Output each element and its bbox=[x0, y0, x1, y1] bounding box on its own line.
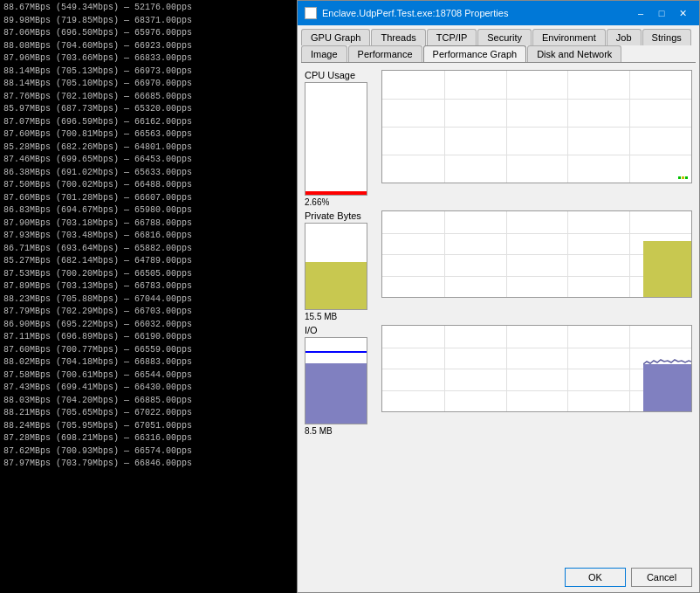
cpu-mini-graph bbox=[305, 82, 367, 196]
title-bar: Enclave.UdpPerf.Test.exe:18708 Propertie… bbox=[298, 1, 699, 25]
dialog-title: Enclave.UdpPerf.Test.exe:18708 Propertie… bbox=[322, 8, 508, 18]
terminal-line: 87.96MBps (703.66Mbps) — 66833.00pps bbox=[3, 52, 293, 66]
tab-image[interactable]: Image bbox=[301, 45, 347, 62]
tab-threads[interactable]: Threads bbox=[371, 29, 425, 45]
terminal-line: 88.02MBps (704.18Mbps) — 66883.00pps bbox=[3, 356, 293, 369]
terminal-line: 87.50MBps (700.02Mbps) — 66488.00pps bbox=[3, 179, 293, 192]
terminal-line: 88.14MBps (705.10Mbps) — 66970.00pps bbox=[3, 78, 293, 91]
terminal-line: 86.83MBps (694.67Mbps) — 65980.00pps bbox=[3, 204, 293, 217]
terminal-line: 88.67MBps (549.34Mbps) — 52176.00pps bbox=[3, 2, 293, 15]
terminal-line: 87.07MBps (696.59Mbps) — 66162.00pps bbox=[3, 116, 293, 129]
terminal-line: 87.79MBps (702.29Mbps) — 66703.00pps bbox=[3, 306, 293, 319]
tab-security[interactable]: Security bbox=[477, 29, 532, 45]
cpu-grid bbox=[382, 71, 691, 183]
maximize-button[interactable]: □ bbox=[652, 4, 671, 22]
terminal-line: 87.46MBps (699.65Mbps) — 66453.00pps bbox=[3, 154, 293, 167]
tab-environment[interactable]: Environment bbox=[532, 29, 606, 45]
terminal-line: 85.27MBps (682.14Mbps) — 64789.00pps bbox=[3, 255, 293, 268]
cpu-sparkline bbox=[678, 176, 688, 179]
terminal-line: 87.06MBps (696.50Mbps) — 65976.00pps bbox=[3, 27, 293, 40]
terminal-line: 88.14MBps (705.13Mbps) — 66973.00pps bbox=[3, 66, 293, 79]
terminal-line: 85.28MBps (682.26Mbps) — 64801.00pps bbox=[3, 141, 293, 155]
app-icon bbox=[305, 7, 317, 19]
terminal-line: 88.24MBps (705.95Mbps) — 67051.00pps bbox=[3, 420, 293, 433]
pb-mini-graph bbox=[305, 223, 367, 310]
pb-bar bbox=[643, 241, 691, 297]
pb-label-col: Private Bytes 15.5 MB bbox=[305, 210, 374, 321]
tab-tcp/ip[interactable]: TCP/IP bbox=[427, 29, 477, 45]
terminal-line: 86.71MBps (693.64Mbps) — 65882.00pps bbox=[3, 243, 293, 256]
content-area: CPU Usage 2.66% bbox=[298, 63, 699, 562]
terminal-line: 87.89MBps (703.13Mbps) — 66783.00pps bbox=[3, 280, 293, 293]
terminal-line: 88.23MBps (705.88Mbps) — 67044.00pps bbox=[3, 293, 293, 307]
io-blue-line bbox=[305, 351, 367, 353]
terminal-line: 87.11MBps (696.89Mbps) — 66190.00pps bbox=[3, 331, 293, 344]
cpu-mini-value: 2.66% bbox=[305, 197, 329, 207]
cancel-button[interactable]: Cancel bbox=[631, 568, 692, 587]
io-wiggle bbox=[643, 357, 691, 366]
footer: OK Cancel bbox=[298, 562, 699, 592]
terminal-line: 87.93MBps (703.48Mbps) — 66816.00pps bbox=[3, 230, 293, 243]
tab-performance[interactable]: Performance bbox=[348, 45, 422, 62]
terminal-line: 87.76MBps (702.10Mbps) — 66685.00pps bbox=[3, 91, 293, 104]
tab-strings[interactable]: Strings bbox=[642, 29, 691, 45]
io-mini-fill bbox=[305, 363, 367, 424]
pb-main-graph bbox=[381, 210, 692, 298]
terminal-line: 87.90MBps (703.18Mbps) — 66788.00pps bbox=[3, 217, 293, 231]
pb-section: Private Bytes 15.5 MB bbox=[305, 210, 692, 321]
terminal-line: 89.98MBps (719.85Mbps) — 68371.00pps bbox=[3, 15, 293, 28]
pb-label: Private Bytes bbox=[305, 210, 361, 221]
terminal-line: 87.28MBps (698.21Mbps) — 66316.00pps bbox=[3, 432, 293, 445]
tab-gpu-graph[interactable]: GPU Graph bbox=[301, 29, 370, 45]
terminal-line: 85.97MBps (687.73Mbps) — 65320.00pps bbox=[3, 103, 293, 116]
title-controls: – □ ✕ bbox=[631, 4, 692, 22]
terminal-line: 87.43MBps (699.41Mbps) — 66430.00pps bbox=[3, 382, 293, 395]
minimize-button[interactable]: – bbox=[631, 4, 650, 22]
terminal-line: 87.58MBps (700.61Mbps) — 66544.00pps bbox=[3, 369, 293, 383]
terminal-line: 86.90MBps (695.22Mbps) — 66032.00pps bbox=[3, 319, 293, 332]
terminal-panel: 88.67MBps (549.34Mbps) — 52176.00pps89.9… bbox=[0, 0, 297, 593]
properties-dialog: Enclave.UdpPerf.Test.exe:18708 Propertie… bbox=[297, 0, 700, 593]
tab-job[interactable]: Job bbox=[607, 29, 642, 45]
tab-performance-graph[interactable]: Performance Graph bbox=[423, 45, 527, 62]
close-button[interactable]: ✕ bbox=[673, 4, 692, 22]
ok-button[interactable]: OK bbox=[565, 568, 626, 587]
terminal-line: 88.08MBps (704.60Mbps) — 66923.00pps bbox=[3, 40, 293, 53]
cpu-mini-fill bbox=[305, 191, 367, 195]
io-label: I/O bbox=[305, 325, 318, 335]
io-mini-graph bbox=[305, 337, 367, 424]
cpu-label-col: CPU Usage 2.66% bbox=[305, 70, 374, 207]
terminal-line: 88.21MBps (705.65Mbps) — 67022.00pps bbox=[3, 407, 293, 420]
pb-mini-value: 15.5 MB bbox=[305, 312, 337, 321]
terminal-line: 87.97MBps (703.79Mbps) — 66846.00pps bbox=[3, 458, 293, 471]
terminal-line: 88.03MBps (704.20Mbps) — 66885.00pps bbox=[3, 395, 293, 408]
terminal-line: 87.62MBps (700.93Mbps) — 66574.00pps bbox=[3, 445, 293, 459]
io-mini-value: 8.5 MB bbox=[305, 426, 333, 436]
tabs-container: GPU GraphThreadsTCP/IPSecurityEnvironmen… bbox=[298, 25, 699, 63]
io-label-col: I/O 8.5 MB bbox=[305, 325, 374, 436]
io-section: I/O 8.5 MB bbox=[305, 325, 692, 436]
cpu-label: CPU Usage bbox=[305, 70, 355, 80]
cpu-section: CPU Usage 2.66% bbox=[305, 70, 692, 207]
terminal-line: 86.38MBps (691.02Mbps) — 65633.00pps bbox=[3, 167, 293, 180]
tab-row-2: ImagePerformancePerformance GraphDisk an… bbox=[298, 45, 699, 62]
tab-disk-and-network[interactable]: Disk and Network bbox=[527, 45, 621, 62]
title-bar-text: Enclave.UdpPerf.Test.exe:18708 Propertie… bbox=[305, 7, 508, 19]
pb-mini-fill bbox=[305, 262, 367, 309]
io-main-graph bbox=[381, 325, 692, 412]
terminal-line: 87.60MBps (700.81Mbps) — 66563.00pps bbox=[3, 128, 293, 141]
tab-row-1: GPU GraphThreadsTCP/IPSecurityEnvironmen… bbox=[298, 25, 699, 45]
io-bar bbox=[643, 364, 691, 411]
terminal-line: 87.60MBps (700.77Mbps) — 66559.00pps bbox=[3, 344, 293, 357]
terminal-line: 87.66MBps (701.28Mbps) — 66607.00pps bbox=[3, 192, 293, 205]
cpu-main-graph bbox=[381, 70, 692, 183]
terminal-line: 87.53MBps (700.20Mbps) — 66505.00pps bbox=[3, 268, 293, 281]
